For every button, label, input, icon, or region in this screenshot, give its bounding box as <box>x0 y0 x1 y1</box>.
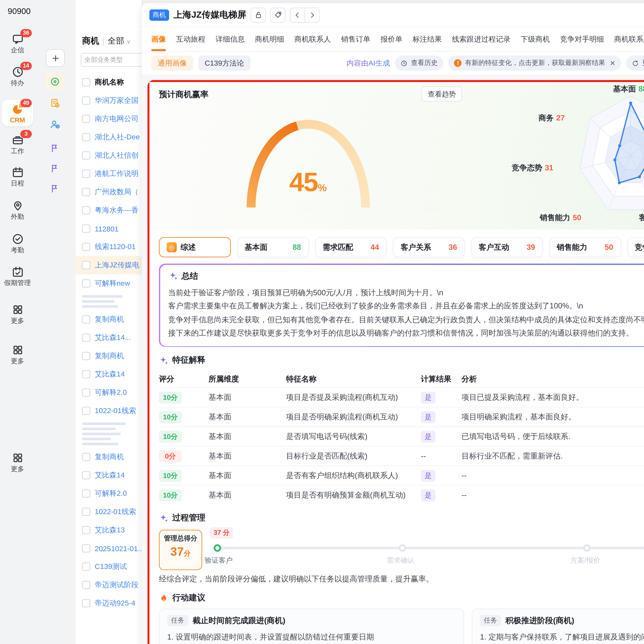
lock-button[interactable] <box>251 7 266 22</box>
list-item[interactable]: 华润万家全国 <box>81 91 142 110</box>
sidebar-item-qixin[interactable]: 36企信 <box>2 33 33 55</box>
stage-label: 验证客户 <box>205 556 233 565</box>
grid-icon <box>11 303 24 316</box>
sidebar-item-more-2[interactable]: 更多 <box>2 344 33 366</box>
chip-xuqiupipei[interactable]: 需求匹配44 <box>315 237 387 257</box>
target-icon <box>49 76 60 87</box>
list-item[interactable]: 帝迈测试阶段 <box>81 576 142 594</box>
sidebar-item-schedule[interactable]: 日程 <box>2 166 33 188</box>
tab-competitors[interactable]: 竞争对手明细 <box>560 27 604 51</box>
tab-huaxiang[interactable]: 画像 <box>151 27 166 51</box>
tool-doc-clock[interactable] <box>45 95 64 111</box>
list-item[interactable]: 艾比森14... <box>81 329 142 347</box>
grid-icon <box>11 452 24 464</box>
profile-type-chip[interactable]: 通用画像 <box>151 56 193 71</box>
record-type-badge: 商机 <box>149 9 169 20</box>
tool-flag-1[interactable] <box>45 140 64 156</box>
gauge-trend-button[interactable]: 查看趋势 <box>421 86 462 102</box>
summary-card: 总结 当前处于验证客户阶段，项目预算已明确为500元/人/月，预计上线时间为十月… <box>159 264 644 347</box>
refresh-icon <box>632 60 639 67</box>
list-item[interactable]: 复制商机 <box>81 347 142 365</box>
sidebar-item-field[interactable]: 外勤 <box>2 199 33 221</box>
tool-flag-2[interactable] <box>45 160 64 177</box>
tag-button[interactable] <box>270 7 286 22</box>
methodology-chip[interactable]: C139方法论 <box>198 56 251 71</box>
view-history-button[interactable]: 查看历史 <box>395 56 443 71</box>
tab-orders[interactable]: 销售订单 <box>341 27 370 51</box>
list-item[interactable]: 复制商机 <box>81 310 142 329</box>
tool-person-clock[interactable] <box>45 116 64 132</box>
stage-label: 方案/报价 <box>570 556 600 565</box>
list-item[interactable]: 湖北人社-Dee <box>81 128 142 146</box>
list-item[interactable]: 南方电网公司 <box>81 110 142 128</box>
tab-quotes[interactable]: 报价单 <box>380 27 402 51</box>
feature-change-notice[interactable]: !有新的特征变化，点击更新，获取最新洞察结果✕ <box>448 56 621 71</box>
tab-annotation[interactable]: 标注结果 <box>413 27 442 51</box>
list-item[interactable]: 港航工作说明 <box>81 165 142 183</box>
list-item[interactable]: 湖北人社信创 <box>81 146 142 165</box>
list-item[interactable]: 广州政数局（ <box>81 183 142 201</box>
chip-jingzhengtaishi[interactable]: 竞争态势31 <box>627 237 644 257</box>
dismiss-notice-icon[interactable]: ✕ <box>610 59 616 67</box>
sidebar-item-crm[interactable]: 49CRM <box>2 100 33 126</box>
list-item[interactable]: 复制商机 <box>81 448 142 466</box>
chip-kehuguanxi[interactable]: 客户关系36 <box>393 237 465 257</box>
sidebar-item-todo[interactable]: 14待办 <box>2 66 33 88</box>
action-card-title: 积极推进阶段(商机) <box>505 615 574 626</box>
tool-flag-3[interactable] <box>45 180 64 197</box>
stage-dot <box>583 544 591 552</box>
list-item[interactable]: 粤海水务---香 <box>81 201 142 219</box>
prev-record-button[interactable] <box>290 7 305 22</box>
select-all-checkbox[interactable] <box>82 78 90 86</box>
tool-target-active[interactable] <box>45 73 64 90</box>
summary-text: 当前处于验证客户阶段，项目预算已明确为500元/人/月，预计上线时间为十月。\n… <box>168 286 644 341</box>
list-item[interactable]: 线索1120-01 <box>81 238 142 256</box>
tab-detail-info[interactable]: 详细信息 <box>215 27 245 51</box>
list-item[interactable]: 1022-01线索 <box>81 402 142 420</box>
tab-opp-detail[interactable]: 商机明细 <box>255 27 284 51</box>
list-item[interactable]: 艾比森14 <box>81 365 142 383</box>
list-item[interactable]: 帝迈动925-4 <box>81 594 142 612</box>
update-time-button[interactable]: 更新时间 2026-01-05 01:43 <box>626 56 644 71</box>
sidebar-item-attendance[interactable]: 考勤 <box>2 233 33 255</box>
tab-lead-follow[interactable]: 线索跟进过程记录 <box>452 27 510 51</box>
chip-xiaoshounengli[interactable]: 销售能力50 <box>549 237 621 257</box>
profile-content: 预计商机赢率 查看趋势 <box>142 74 644 644</box>
calendar-check-icon <box>11 265 24 278</box>
list-item[interactable]: 112801 <box>81 219 142 238</box>
list-item[interactable]: 艾比森14 <box>81 466 142 484</box>
sidebar-item-more-1[interactable]: 更多 <box>2 303 33 325</box>
add-button[interactable] <box>46 49 65 67</box>
list-item[interactable]: 20251021-01... <box>81 539 142 557</box>
next-record-button[interactable] <box>305 7 320 22</box>
sidebar-item-more-3[interactable]: 更多 <box>2 452 33 474</box>
chip-jibenmian[interactable]: 基本面88 <box>237 237 309 257</box>
tab-journey[interactable]: 互动旅程 <box>176 27 205 51</box>
radar-label-jingzheng: 竞争态势31 <box>512 163 553 173</box>
ai-sparkle-icon <box>168 271 178 281</box>
management-score-card: 管理总得分 37分 <box>159 530 202 570</box>
list-item-selected[interactable]: 上海JZ传媒电 <box>76 256 142 274</box>
sidebar-item-vacation[interactable]: 假期管理 <box>2 265 33 287</box>
timeline-track <box>214 547 644 549</box>
tab-sub-opp[interactable]: 下级商机 <box>521 27 550 51</box>
tab-contact-rel[interactable]: 商机联系人关系 <box>614 27 644 51</box>
radar-label-hudong: 客户互动39 <box>639 213 644 223</box>
chip-overview[interactable]: ◎综述 <box>159 237 231 257</box>
list-item[interactable]: 可解释2.0 <box>81 484 142 503</box>
list-item[interactable]: 可解释2.0 <box>81 383 142 402</box>
gauge-value: 45% <box>232 167 384 197</box>
list-item[interactable]: 艾比森13 <box>81 521 142 539</box>
process-title: 过程管理 <box>172 512 205 524</box>
list-item[interactable]: 1022-01线索 <box>81 503 142 521</box>
business-type-select[interactable]: 全部业务类型 <box>81 53 146 67</box>
list-item[interactable]: C139测试 <box>81 557 142 576</box>
chip-kehuhudong[interactable]: 客户互动39 <box>471 237 543 257</box>
table-row: 10分 基本面项目是否明确采购流程(商机互动) 是 项目明确采购流程，基本面良好… <box>159 407 644 427</box>
ai-insight-panel: 预计商机赢率 查看趋势 <box>147 80 644 644</box>
sidebar-item-work[interactable]: 3工作 <box>2 134 33 156</box>
list-item[interactable]: 可解释new <box>81 274 142 293</box>
tab-contacts[interactable]: 商机联系人 <box>294 27 331 51</box>
list-title[interactable]: 商机|全部 ∨ <box>82 35 131 47</box>
detail-main: 画像 互动旅程 详细信息 商机明细 商机联系人 销售订单 报价单 标注结果 线索… <box>142 27 644 644</box>
